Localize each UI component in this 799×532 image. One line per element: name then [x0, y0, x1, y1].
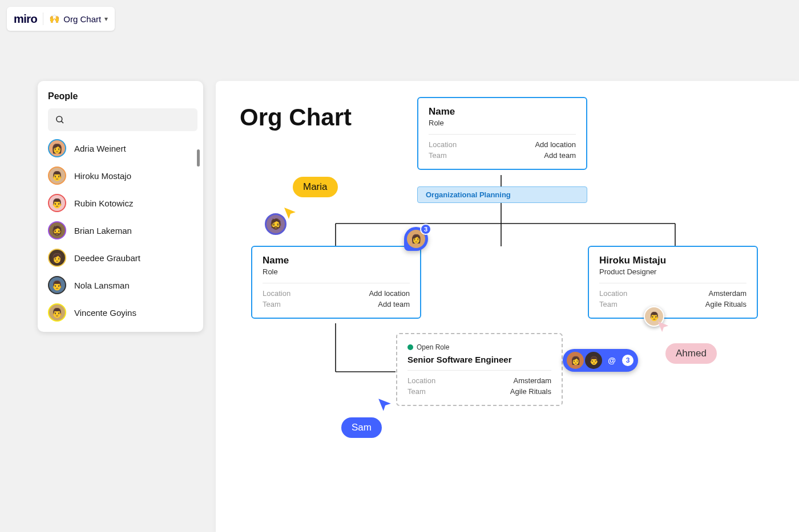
org-card-team-row: Team Agile Rituals [407, 387, 551, 396]
board-header: miro 🙌 Org Chart ▾ [7, 7, 115, 31]
people-panel-title: People [48, 91, 197, 101]
org-card-team-row: Team Add team [263, 300, 410, 308]
org-card-location-label: Location [263, 289, 290, 298]
org-card-team-row: Team Agile Rituals [599, 300, 746, 308]
org-card-left[interactable]: Name Role Location Add location Team Add… [251, 246, 421, 319]
org-card-open-role[interactable]: Open Role Senior Software Engineer Locat… [396, 333, 563, 406]
avatar: 👩 [48, 249, 66, 267]
open-role-label: Open Role [417, 343, 449, 351]
open-role-dot-icon [407, 344, 413, 350]
board-canvas[interactable]: Org Chart Name Role Location Add locatio… [216, 81, 799, 532]
org-card-role[interactable]: Product Designer [599, 267, 746, 276]
collaborator-cursor-sam: Sam [341, 417, 382, 438]
person-name: Rubin Kotowicz [74, 198, 133, 208]
comment-thread-bubble[interactable]: 👩 3 [404, 227, 428, 251]
org-card-team-label: Team [407, 387, 426, 396]
board-title-dropdown[interactable]: 🙌 Org Chart ▾ [49, 14, 108, 24]
person-name: Vincente Goyins [74, 308, 136, 318]
person-name: Brian Lakeman [74, 226, 132, 235]
collaborator-cursor-ahmed: Ahmed [665, 343, 717, 364]
comment-author-avatar: 👩 [567, 352, 584, 369]
comment-author-avatar: 👨 [585, 352, 602, 369]
people-list: 👩 Adria Weinert 👨 Hiroku Mostajo 👨 Rubin… [48, 139, 197, 322]
comment-count-badge: 3 [420, 224, 431, 235]
canvas-title[interactable]: Org Chart [240, 104, 352, 131]
org-card-location-label: Location [429, 140, 457, 149]
org-card-location-label: Location [599, 289, 627, 298]
org-card-team-value[interactable]: Add team [378, 300, 410, 308]
miro-logo: miro [14, 13, 37, 26]
org-card-team-label: Team [599, 300, 618, 308]
person-row[interactable]: 🧔 Brian Lakeman [48, 221, 197, 239]
svg-line-1 [61, 121, 63, 123]
person-row[interactable]: 👩 Adria Weinert [48, 139, 197, 157]
person-row[interactable]: 👨 Vincente Goyins [48, 303, 197, 322]
org-card-separator [599, 283, 746, 283]
person-name: Nola Lansman [74, 281, 130, 290]
org-card-team-value[interactable]: Agile Rituals [705, 300, 746, 308]
avatar: 👨 [48, 303, 66, 322]
org-card-name[interactable]: Name [263, 255, 410, 266]
person-row[interactable]: 👨 Hiroku Mostajo [48, 166, 197, 185]
people-panel: People 👩 Adria Weinert 👨 Hiroku Mostajo … [38, 81, 203, 332]
cursor-pointer-icon [377, 397, 392, 412]
org-card-location-row: Location Amsterdam [407, 376, 551, 385]
org-card-role[interactable]: Role [263, 267, 410, 276]
person-row[interactable]: 👩 Deedee Graubart [48, 249, 197, 267]
org-card-location-label: Location [407, 376, 435, 385]
org-card-location-value[interactable]: Add location [535, 140, 576, 149]
org-card-team-label: Team [263, 300, 281, 308]
avatar: 👨 [48, 166, 66, 185]
comment-thread-group-bubble[interactable]: 👩 👨 @ 3 [563, 349, 638, 372]
org-card-location-row: Location Add location [429, 140, 576, 149]
org-card-location-row: Location Add location [263, 289, 410, 298]
org-card-name[interactable]: Name [429, 106, 576, 117]
person-name: Adria Weinert [74, 144, 126, 153]
org-card-location-value[interactable]: Add location [369, 289, 410, 298]
org-card-team-row: Team Add team [429, 151, 576, 160]
org-card-separator [407, 370, 551, 371]
org-card-separator [263, 283, 410, 283]
org-card-root[interactable]: Name Role Location Add location Team Add… [417, 97, 587, 170]
org-card-team-value[interactable]: Agile Rituals [510, 387, 551, 396]
header-divider [43, 13, 43, 25]
org-card-title[interactable]: Senior Software Engineer [407, 355, 551, 364]
org-card-team-label: Team [429, 151, 447, 160]
org-card-name[interactable]: Hiroku Mistaju [599, 255, 746, 266]
avatar: 👩 [48, 139, 66, 157]
org-card-team-value[interactable]: Add team [544, 151, 576, 160]
search-icon [55, 115, 65, 125]
person-name: Hiroku Mostajo [74, 171, 131, 181]
org-card-role[interactable]: Role [429, 119, 576, 127]
board-name-text: Org Chart [63, 14, 101, 24]
cursor-pointer-icon [283, 206, 297, 220]
chevron-down-icon: ▾ [104, 15, 108, 23]
org-card-location-row: Location Amsterdam [599, 289, 746, 298]
person-row[interactable]: 👨 Nola Lansman [48, 276, 197, 294]
cursor-pointer-icon [657, 320, 669, 333]
scrollbar-thumb[interactable] [197, 149, 200, 166]
avatar: 🧔 [48, 221, 66, 239]
org-card-separator [429, 134, 576, 135]
avatar: 👨 [48, 194, 66, 212]
comment-count-badge: 3 [622, 355, 633, 366]
avatar: 👨 [48, 276, 66, 294]
org-card-right[interactable]: Hiroku Mistaju Product Designer Location… [588, 246, 758, 319]
people-search-input[interactable] [48, 108, 197, 131]
mention-icon: @ [603, 352, 620, 369]
person-row[interactable]: 👨 Rubin Kotowicz [48, 194, 197, 212]
svg-point-0 [57, 116, 62, 122]
organizational-planning-chip[interactable]: Organizational Planning [417, 186, 587, 203]
open-role-badge: Open Role [407, 343, 449, 351]
org-card-location-value[interactable]: Amsterdam [514, 376, 551, 385]
org-card-location-value[interactable]: Amsterdam [709, 289, 746, 298]
collaborator-cursor-maria: Maria [293, 177, 338, 197]
board-emoji: 🙌 [49, 14, 60, 24]
person-name: Deedee Graubart [74, 253, 140, 263]
